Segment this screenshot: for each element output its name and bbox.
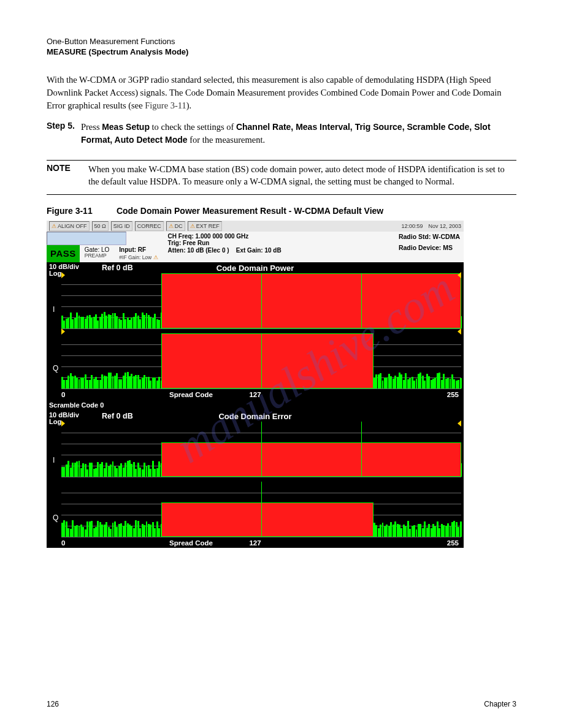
toolbar-sigid-label: SIG ID (113, 223, 130, 229)
section-title: MEASURE (Spectrum Analysis Mode) (47, 47, 516, 56)
plot2-i-vgrid-right (361, 422, 362, 477)
figure-number: Figure 3-11 (47, 206, 114, 216)
footer-pagenum: 126 (47, 700, 59, 708)
instrument-infobar: PASS Gate: LO PREAMP Input: RF #IF Gain:… (47, 232, 464, 262)
info-ifgain-label: #IF Gain: Low (119, 254, 151, 260)
plot2-xlabel: Spread Code (169, 539, 213, 547)
info-atten: Atten: 10 dB (Elec 0 ) (168, 247, 229, 254)
toolbar-sigid: SIG ID (111, 221, 132, 231)
toolbar-dc-label: DC (175, 223, 183, 229)
plot2-xmax: 255 (447, 539, 459, 547)
figure-caption: Figure 3-11 Code Domain Power Measuremen… (47, 206, 516, 216)
plot1-xlabel: Spread Code (169, 391, 213, 398)
plot1-xmax: 255 (447, 391, 459, 398)
plot2-ref: Ref 0 dB (102, 412, 133, 420)
toolbar-dc: ⚠DC (166, 221, 185, 231)
plot1-title: Code Domain Power (216, 264, 294, 273)
toolbar-extref: ⚠EXT REF (188, 221, 222, 231)
figure-title: Code Domain Power Measurement Result - W… (117, 206, 383, 216)
instrument-toolbar: ⚠ALIGN OFF 50 Ω SIG ID CORREC ⚠DC ⚠EXT R… (47, 221, 464, 232)
plot2-ymarker-right-top (458, 420, 461, 427)
plot1-q-label: Q (53, 364, 58, 373)
info-center: CH Freq: 1.000 000 000 GHz Trig: Free Ru… (163, 232, 395, 262)
intro-paragraph: With the W-CDMA or 3GPP radio standard s… (47, 74, 516, 112)
plot-area: 10 dB/divLog Ref 0 dB Code Domain Power … (47, 262, 464, 548)
info-trig: Trig: Free Run (168, 240, 390, 247)
active-entry-field[interactable] (47, 232, 126, 245)
plot1-ymarker-left-top (61, 272, 65, 278)
instrument-screenshot: ⚠ALIGN OFF 50 Ω SIG ID CORREC ⚠DC ⚠EXT R… (47, 221, 464, 548)
plot-cde[interactable]: 10 dB/divLog Ref 0 dB Code Domain Error … (47, 411, 464, 548)
breadcrumb: One-Button Measurement Functions (47, 37, 516, 46)
step-tail: for the measurement. (190, 135, 265, 145)
step-key: Meas Setup (102, 122, 150, 132)
plot1-ref: Ref 0 dB (102, 264, 133, 272)
toolbar-correc: CORREC (135, 221, 164, 231)
toolbar-alignoff: ⚠ALIGN OFF (49, 221, 90, 231)
plot1-q-redblock (161, 333, 373, 389)
info-input-label: Input: RF (119, 246, 146, 253)
toolbar-datetime: 12:00:59 Nov 12, 2003 (401, 223, 461, 229)
plot1-i-vgrid-right (361, 273, 362, 328)
step-label: Step 5. (47, 121, 75, 155)
plot2-xaxis: 0 Spread Code 127 255 (47, 539, 464, 547)
plot2-subplot-q (61, 482, 461, 537)
plot1-xmin: 0 (61, 391, 65, 398)
step-body: Press Meas Setup to check the settings o… (81, 121, 516, 146)
note-block: NOTE When you make W-CDMA base station (… (47, 163, 516, 188)
plot2-ymarker-left-top (61, 420, 65, 427)
step-prefix: Press (81, 122, 100, 132)
plot1-ymarker-left-mid (61, 328, 65, 335)
info-extgain: Ext Gain: 10 dB (236, 247, 282, 254)
scramble-code: Scramble Code 0 (49, 401, 104, 409)
plot1-subplot-q (61, 333, 461, 389)
info-gate-label: Gate: LO (85, 246, 110, 253)
info-radiodevice: Radio Device: MS (399, 244, 460, 252)
plot1-xaxis: 0 Spread Code 127 255 (47, 391, 464, 398)
pass-indicator: PASS (47, 245, 80, 262)
warning-icon: ⚠ (52, 223, 56, 229)
step-suffix: to check the settings of (152, 122, 234, 132)
warning-icon: ⚠ (190, 223, 195, 229)
toolbar-extref-label: EXT REF (196, 223, 220, 229)
info-chfreq: CH Freq: 1.000 000 000 GHz (168, 233, 390, 240)
toolbar-50ohm: 50 Ω (92, 221, 109, 231)
page-footer: 126 Chapter 3 (47, 700, 516, 708)
toolbar-50ohm-label: 50 Ω (94, 223, 106, 229)
plot2-i-redblock (161, 442, 461, 477)
plot-cdp[interactable]: 10 dB/divLog Ref 0 dB Code Domain Power … (47, 262, 464, 400)
plot1-subplot-i (61, 273, 461, 328)
plot2-q-label: Q (53, 514, 58, 522)
plot2-title: Code Domain Error (218, 412, 291, 421)
toolbar-correc-label: CORREC (137, 223, 161, 229)
rule-top (47, 160, 516, 161)
plot1-i-vgrid-center (261, 273, 262, 328)
intro-tail: ). (186, 100, 191, 110)
plot1-i-redblock (161, 273, 461, 328)
plot2-xcenter: 127 (249, 539, 261, 547)
plot1-xcenter: 127 (249, 391, 261, 398)
plot2-xmin: 0 (61, 539, 65, 547)
toolbar-time: 12:00:59 (401, 223, 423, 229)
intro-ref: Figure 3-11 (145, 100, 186, 110)
note-label: NOTE (47, 163, 86, 173)
plot1-ymarker-right-top (458, 272, 461, 278)
rule-bottom (47, 194, 516, 195)
footer-chapter: Chapter 3 (484, 700, 516, 708)
plot2-i-label: I (53, 456, 55, 464)
plot1-q-vgrid-center (261, 333, 262, 389)
info-radiostd: Radio Std: W-CDMA (399, 233, 460, 241)
intro-text: With the W-CDMA or 3GPP radio standard s… (47, 75, 502, 110)
plot2-subplot-i (61, 422, 461, 477)
plot1-i-label: I (53, 305, 55, 314)
info-gate: Gate: LO PREAMP (80, 245, 115, 262)
plot1-grid (61, 273, 461, 389)
info-preamp-label: PREAMP (85, 252, 107, 259)
plot1-ymarker-right-mid (458, 328, 461, 335)
plot2-i-vgrid-center (261, 422, 262, 477)
info-right: Radio Std: W-CDMA Radio Device: MS (395, 232, 464, 262)
warning-icon: ⚠ (153, 254, 158, 260)
plot2-q-redblock (161, 502, 373, 537)
toolbar-date: Nov 12, 2003 (428, 223, 461, 229)
step-5: Step 5. Press Meas Setup to check the se… (47, 121, 516, 155)
